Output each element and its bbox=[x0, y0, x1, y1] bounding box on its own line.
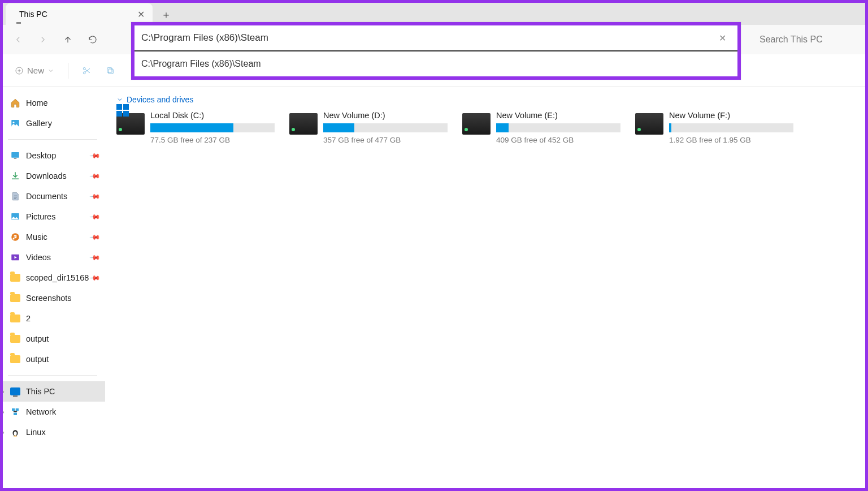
sidebar-label: This PC bbox=[26, 387, 55, 396]
drive-usage-bar bbox=[669, 123, 793, 132]
svg-rect-13 bbox=[16, 408, 19, 411]
search-input[interactable]: Search This PC bbox=[753, 28, 860, 51]
sidebar-label: Network bbox=[26, 407, 56, 416]
pin-icon: 📌 bbox=[89, 231, 101, 243]
drive-new-volume-d-[interactable]: New Volume (D:)357 GB free of 477 GB bbox=[289, 111, 448, 144]
drive-local-disk-c-[interactable]: Local Disk (C:)77.5 GB free of 237 GB bbox=[116, 111, 275, 144]
pin-icon: 📌 bbox=[89, 211, 101, 223]
network-icon bbox=[10, 407, 20, 417]
plus-circle-icon bbox=[15, 66, 24, 75]
drives-row: Local Disk (C:)77.5 GB free of 237 GBNew… bbox=[116, 111, 857, 144]
sidebar-label: output bbox=[26, 355, 49, 364]
pin-icon: 📌 bbox=[89, 272, 101, 284]
folder-icon bbox=[10, 313, 20, 324]
documents-icon bbox=[10, 191, 20, 201]
new-button[interactable]: New bbox=[9, 62, 60, 79]
pin-icon: 📌 bbox=[89, 170, 101, 182]
gallery-icon bbox=[10, 118, 20, 128]
chevron-down-icon bbox=[47, 66, 54, 75]
sidebar-label: scoped_dir15168 bbox=[26, 273, 89, 282]
linux-icon bbox=[10, 427, 20, 437]
sidebar-item-gallery[interactable]: Gallery bbox=[0, 113, 105, 133]
up-button[interactable] bbox=[57, 28, 79, 51]
drive-name: New Volume (F:) bbox=[669, 111, 793, 120]
sidebar-item-downloads[interactable]: Downloads📌 bbox=[0, 166, 105, 186]
drive-new-volume-e-[interactable]: New Volume (E:)409 GB free of 452 GB bbox=[462, 111, 620, 144]
sidebar-item-output[interactable]: output bbox=[0, 329, 105, 349]
address-input[interactable] bbox=[141, 32, 714, 44]
svg-rect-14 bbox=[14, 413, 17, 416]
back-button[interactable] bbox=[7, 28, 29, 51]
sidebar-item-documents[interactable]: Documents📌 bbox=[0, 186, 105, 206]
sidebar-separator bbox=[8, 139, 97, 140]
sidebar-item-2[interactable]: 2 bbox=[0, 308, 105, 329]
section-devices-drives[interactable]: Devices and drives bbox=[116, 95, 857, 104]
drive-usage-bar bbox=[323, 123, 448, 132]
folder-icon bbox=[10, 334, 20, 344]
desktop-icon bbox=[10, 150, 20, 161]
sidebar-label: Screenshots bbox=[26, 294, 72, 303]
sidebar-label: Downloads bbox=[26, 171, 67, 180]
tab-this-pc[interactable]: This PC ✕ bbox=[6, 3, 153, 25]
sidebar-item-music[interactable]: Music📌 bbox=[0, 227, 105, 247]
arrow-up-icon bbox=[63, 35, 73, 45]
sidebar-label: Pictures bbox=[26, 212, 55, 221]
drive-icon bbox=[116, 113, 145, 135]
sidebar-label: output bbox=[26, 334, 49, 343]
arrow-right-icon bbox=[38, 35, 48, 45]
sidebar-item-screenshots[interactable]: Screenshots bbox=[0, 288, 105, 308]
sidebar-label: Home bbox=[26, 98, 48, 107]
copy-button[interactable] bbox=[100, 61, 120, 81]
sidebar-item-this-pc[interactable]: ›This PC bbox=[0, 381, 105, 402]
clear-address-button[interactable]: ✕ bbox=[714, 31, 731, 46]
home-icon bbox=[10, 98, 20, 108]
chevron-right-icon: › bbox=[2, 408, 5, 415]
drive-icon bbox=[289, 113, 318, 135]
sidebar-item-scoped-dir15168[interactable]: scoped_dir15168📌 bbox=[0, 268, 105, 288]
sidebar-item-output[interactable]: output bbox=[0, 349, 105, 369]
cut-button[interactable] bbox=[76, 61, 97, 81]
windows-logo-icon bbox=[116, 104, 129, 117]
search-placeholder: Search This PC bbox=[760, 35, 823, 45]
videos-icon bbox=[10, 252, 20, 262]
sidebar-label: Videos bbox=[26, 253, 51, 262]
music-icon bbox=[10, 232, 20, 242]
folder-icon bbox=[10, 354, 20, 364]
pc-icon bbox=[10, 386, 20, 397]
drive-name: Local Disk (C:) bbox=[150, 111, 275, 120]
sidebar-label: Gallery bbox=[26, 119, 52, 128]
sidebar-item-network[interactable]: ›Network bbox=[0, 402, 105, 422]
sidebar-item-home[interactable]: Home bbox=[0, 93, 105, 113]
drive-name: New Volume (D:) bbox=[323, 111, 448, 120]
drive-new-volume-f-[interactable]: New Volume (F:)1.92 GB free of 1.95 GB bbox=[635, 111, 793, 144]
pin-icon: 📌 bbox=[89, 191, 101, 203]
drive-free-text: 1.92 GB free of 1.95 GB bbox=[669, 136, 793, 144]
content-area: Devices and drives Local Disk (C:)77.5 G… bbox=[105, 87, 868, 491]
sidebar-item-linux[interactable]: ›Linux bbox=[0, 422, 105, 442]
folder-icon bbox=[10, 273, 20, 283]
refresh-icon bbox=[88, 35, 98, 45]
chevron-right-icon: › bbox=[2, 429, 5, 436]
forward-button[interactable] bbox=[32, 28, 54, 51]
address-suggestion[interactable]: C:\Program Files (x86)\Steam bbox=[134, 51, 737, 76]
svg-rect-12 bbox=[12, 408, 15, 411]
sidebar: HomeGalleryDesktop📌Downloads📌Documents📌P… bbox=[0, 87, 105, 491]
sidebar-item-videos[interactable]: Videos📌 bbox=[0, 247, 105, 268]
tab-title: This PC bbox=[19, 10, 47, 19]
sidebar-item-pictures[interactable]: Pictures📌 bbox=[0, 206, 105, 227]
tab-bar: This PC ✕ ＋ bbox=[0, 0, 868, 25]
toolbar-divider bbox=[68, 63, 68, 79]
sidebar-label: Music bbox=[26, 232, 47, 242]
drive-free-text: 409 GB free of 452 GB bbox=[496, 136, 620, 144]
pin-icon: 📌 bbox=[89, 252, 101, 264]
drive-icon bbox=[635, 113, 663, 135]
close-icon[interactable]: ✕ bbox=[137, 9, 145, 20]
sidebar-label: 2 bbox=[26, 314, 31, 323]
refresh-button[interactable] bbox=[81, 28, 104, 51]
sidebar-item-desktop[interactable]: Desktop📌 bbox=[0, 145, 105, 166]
svg-point-18 bbox=[16, 431, 17, 432]
svg-point-17 bbox=[14, 431, 15, 432]
address-bar-area: ✕ C:\Program Files (x86)\Steam bbox=[131, 22, 741, 80]
sidebar-label: Documents bbox=[26, 192, 67, 201]
chevron-down-icon bbox=[116, 96, 123, 103]
